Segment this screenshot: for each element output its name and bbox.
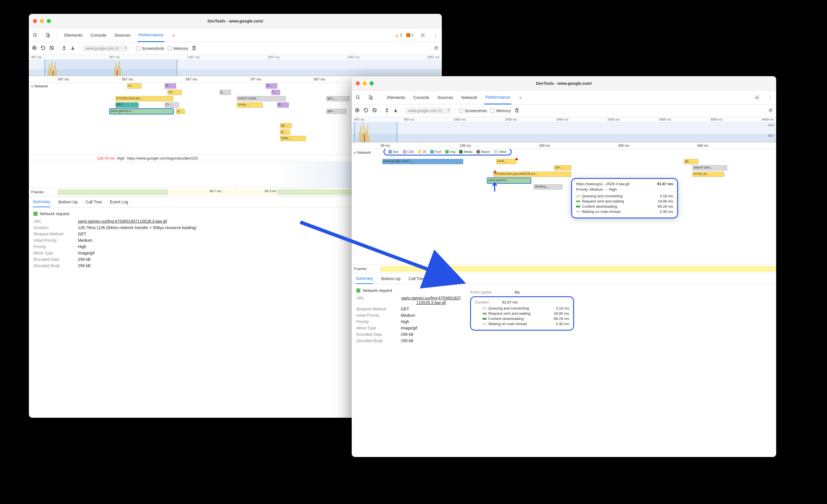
network-label[interactable]: Network xyxy=(352,149,381,264)
request-bar[interactable]: ge… xyxy=(684,159,698,164)
frames-track[interactable]: Frames xyxy=(352,265,776,273)
request-bar[interactable]: lo… xyxy=(266,83,277,89)
gc-icon[interactable] xyxy=(191,45,197,51)
subtab-summary[interactable]: Summary xyxy=(33,197,50,207)
svg-rect-7 xyxy=(193,47,195,50)
request-bar[interactable]: gen_… xyxy=(326,96,349,101)
request-bar[interactable]: R… xyxy=(277,102,289,108)
request-bar[interactable]: desktop_… xyxy=(534,184,563,189)
screenshots-checkbox[interactable]: Screenshots xyxy=(136,46,164,51)
request-bar[interactable]: m=cdos,hsm,jsa,mb4ZUb,d,c… xyxy=(493,172,571,177)
tab-console[interactable]: Console xyxy=(90,28,108,42)
issues-badge[interactable]: 2 xyxy=(406,33,414,37)
overview-ticks: 489 ms989 ms1489 ms1989 ms2489 ms2989 ms… xyxy=(352,117,776,122)
request-bar[interactable]: rs… xyxy=(127,83,142,89)
upload-icon[interactable] xyxy=(61,45,67,51)
panel-gear-icon[interactable] xyxy=(768,108,773,114)
minimize-icon[interactable] xyxy=(363,81,367,86)
url-link[interactable]: paris-games-surfing-6753651837110528.3-l… xyxy=(401,296,461,305)
download-icon[interactable] xyxy=(70,45,76,51)
gear-icon[interactable] xyxy=(753,94,761,101)
reload-icon[interactable] xyxy=(363,108,369,114)
flamechart[interactable]: Doc CSS JS Font Img Media Wasm Other www… xyxy=(381,149,776,264)
tooltip-url: https://www.google.com/logos/doodles/202 xyxy=(127,156,198,160)
kebab-icon[interactable]: ⋮ xyxy=(766,94,773,101)
request-bar[interactable]: m=sb_wi… xyxy=(692,172,724,177)
recording-select[interactable]: www.google.com #1 xyxy=(83,45,129,52)
request-bar[interactable]: gen… xyxy=(326,109,346,114)
memory-checkbox[interactable]: Memory xyxy=(491,108,511,113)
subtab-bottomup[interactable]: Bottom-Up xyxy=(58,200,78,204)
more-tabs-icon[interactable]: » xyxy=(517,94,524,101)
subtab-eventlog[interactable]: Event Log xyxy=(433,276,451,281)
kebab-icon[interactable]: ⋮ xyxy=(432,32,439,39)
tab-console[interactable]: Console xyxy=(412,91,431,104)
tab-elements[interactable]: Elements xyxy=(63,28,84,42)
tab-sources[interactable]: Sources xyxy=(113,28,132,42)
inspect-icon[interactable] xyxy=(354,94,361,101)
subtab-calltree[interactable]: Call Tree xyxy=(86,200,102,204)
recording-select[interactable]: www.google.com #1 xyxy=(405,107,452,114)
request-bar[interactable]: rs=A… xyxy=(496,159,516,164)
upload-icon[interactable] xyxy=(384,108,390,114)
minimize-icon[interactable] xyxy=(40,19,44,23)
titlebar[interactable]: DevTools - www.google.com/ xyxy=(352,76,776,91)
request-bar[interactable]: G… xyxy=(164,83,176,89)
request-bar[interactable]: cb=… xyxy=(554,165,571,170)
subtab-summary[interactable]: Summary xyxy=(356,273,373,284)
network-label[interactable]: Network xyxy=(29,83,58,155)
svg-rect-16 xyxy=(516,109,518,112)
overview-minimap[interactable]: 497 ms997 ms1497 ms1997 ms2497 ms2997 ms xyxy=(29,55,442,76)
download-icon[interactable] xyxy=(393,108,398,114)
tab-sources[interactable]: Sources xyxy=(436,91,454,104)
request-bar[interactable]: AF2… xyxy=(115,102,139,108)
warnings-badge[interactable]: ▲2 xyxy=(395,33,402,38)
panel-gear-icon[interactable] xyxy=(434,45,439,51)
request-bar[interactable]: g… xyxy=(280,129,290,135)
tab-elements[interactable]: Elements xyxy=(386,91,406,104)
overview-minimap[interactable]: 489 ms989 ms1489 ms1989 ms2489 ms2989 ms… xyxy=(352,117,776,143)
request-bar[interactable]: hpba … xyxy=(280,136,306,141)
url-link[interactable]: paris-games-surfing-6753651837110528.3-l… xyxy=(78,219,167,224)
subtab-bottomup[interactable]: Bottom-Up xyxy=(381,276,400,281)
gear-icon[interactable] xyxy=(419,32,426,39)
close-icon[interactable] xyxy=(33,19,37,23)
request-bar[interactable]: m=sb… xyxy=(237,102,263,108)
device-icon[interactable] xyxy=(367,94,374,101)
request-bar[interactable]: search (ww… xyxy=(692,165,727,170)
perf-controls: www.google.com #1 Screenshots Memory xyxy=(352,104,776,117)
clear-icon[interactable] xyxy=(372,108,377,114)
request-bar-selected[interactable]: paris-games-s… xyxy=(110,109,173,114)
gc-icon[interactable] xyxy=(514,108,520,114)
maximize-icon[interactable] xyxy=(370,81,374,86)
subtab-calltree[interactable]: Call Tree xyxy=(408,276,425,281)
screenshots-checkbox[interactable]: Screenshots xyxy=(459,108,487,113)
tab-network[interactable]: Network xyxy=(460,91,479,104)
request-bar[interactable]: g… xyxy=(176,109,185,114)
request-bar[interactable]: www.google.com/ (… xyxy=(382,159,463,164)
svg-point-3 xyxy=(422,34,424,36)
request-bar[interactable]: Cr… xyxy=(164,102,179,108)
reload-icon[interactable] xyxy=(40,45,46,51)
request-bar[interactable]: g… xyxy=(220,90,231,95)
close-icon[interactable] xyxy=(356,81,360,86)
subtab-eventlog[interactable]: Event Log xyxy=(110,200,128,204)
request-bar[interactable]: cb… xyxy=(167,90,182,95)
device-icon[interactable] xyxy=(44,32,51,39)
request-bar[interactable]: search (www… xyxy=(237,96,286,101)
summary-panel: Network request URLparis-games-surfing-6… xyxy=(352,284,776,349)
record-icon[interactable] xyxy=(32,45,37,51)
request-bar[interactable]: m=cdos,hsm,jsa,… xyxy=(115,96,173,101)
request-bar[interactable]: l… xyxy=(272,90,280,95)
maximize-icon[interactable] xyxy=(47,19,51,23)
inspect-icon[interactable] xyxy=(32,32,39,39)
titlebar[interactable]: DevTools - www.google.com/ xyxy=(29,14,442,28)
timeline-ruler[interactable]: 89 ms189 ms289 ms389 ms489 ms xyxy=(352,143,776,149)
tab-performance[interactable]: Performance xyxy=(484,91,512,104)
more-tabs-icon[interactable]: » xyxy=(170,32,177,39)
clear-icon[interactable] xyxy=(49,45,54,51)
request-bar[interactable]: ge… xyxy=(280,123,292,128)
record-icon[interactable] xyxy=(354,108,360,114)
memory-checkbox[interactable]: Memory xyxy=(168,46,188,51)
tab-performance[interactable]: Performance xyxy=(138,29,164,42)
